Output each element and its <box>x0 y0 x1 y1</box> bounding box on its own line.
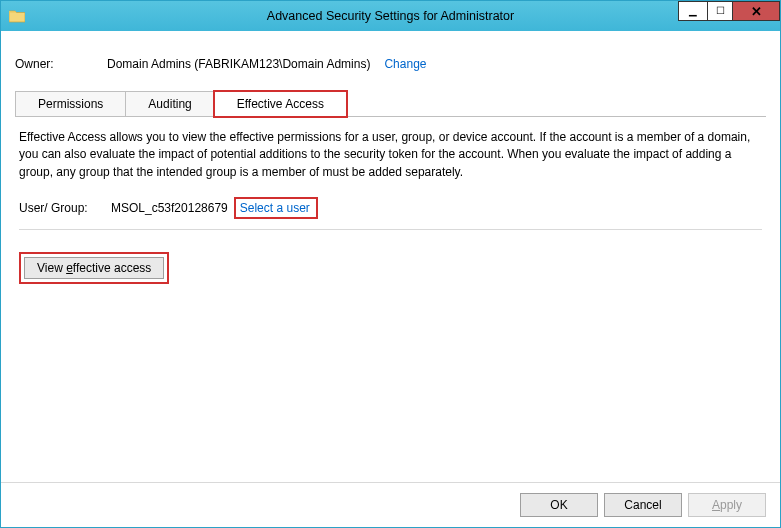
cancel-button[interactable]: Cancel <box>604 493 682 517</box>
titlebar[interactable]: Advanced Security Settings for Administr… <box>1 1 780 31</box>
user-group-row: User/ Group: MSOL_c53f20128679 Select a … <box>19 197 762 219</box>
window-controls: ▁ ☐ ✕ <box>679 1 780 21</box>
owner-row: Owner: Domain Admins (FABRIKAM123\Domain… <box>15 57 766 71</box>
window-frame: Advanced Security Settings for Administr… <box>0 0 781 528</box>
tab-strip: Permissions Auditing Effective Access <box>15 89 766 117</box>
tab-auditing[interactable]: Auditing <box>125 91 214 116</box>
tab-permissions[interactable]: Permissions <box>15 91 126 116</box>
tab-effective-access[interactable]: Effective Access <box>214 91 347 117</box>
separator <box>19 229 762 230</box>
maximize-button[interactable]: ☐ <box>707 1 733 21</box>
select-user-link[interactable]: Select a user <box>240 201 310 215</box>
folder-icon <box>9 9 25 23</box>
user-group-value: MSOL_c53f20128679 <box>111 201 228 215</box>
window-title: Advanced Security Settings for Administr… <box>1 9 780 23</box>
select-user-highlight: Select a user <box>234 197 318 219</box>
view-effective-access-highlight: View effective access <box>19 252 169 284</box>
change-owner-link[interactable]: Change <box>384 57 426 71</box>
minimize-button[interactable]: ▁ <box>678 1 708 21</box>
apply-button[interactable]: Apply <box>688 493 766 517</box>
effective-access-panel: Effective Access allows you to view the … <box>15 117 766 284</box>
owner-label: Owner: <box>15 57 107 71</box>
ok-button[interactable]: OK <box>520 493 598 517</box>
content-area: Owner: Domain Admins (FABRIKAM123\Domain… <box>1 31 780 482</box>
view-effective-access-button[interactable]: View effective access <box>24 257 164 279</box>
user-group-label: User/ Group: <box>19 201 111 215</box>
dialog-footer: OK Cancel Apply <box>1 482 780 527</box>
owner-value: Domain Admins (FABRIKAM123\Domain Admins… <box>107 57 370 71</box>
close-button[interactable]: ✕ <box>732 1 780 21</box>
effective-access-description: Effective Access allows you to view the … <box>19 129 762 181</box>
